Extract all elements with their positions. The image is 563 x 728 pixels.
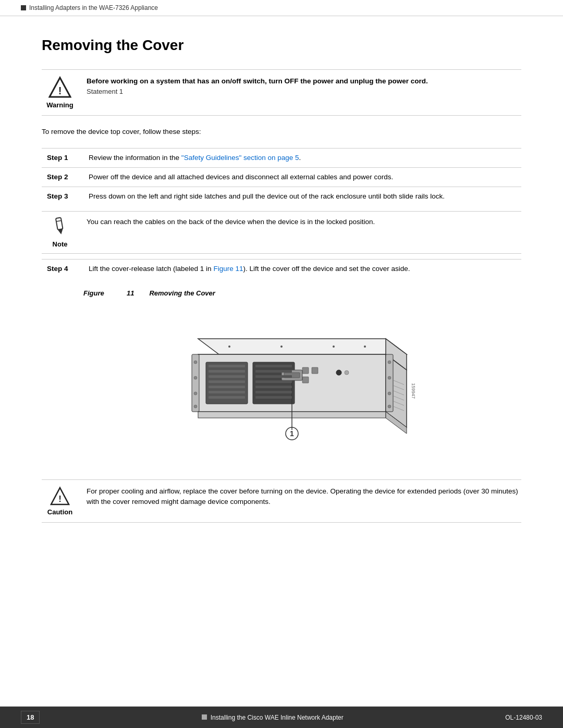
warning-text: Before working on a system that has an o… <box>87 76 521 97</box>
step-content: Press down on the left and right side la… <box>83 187 521 206</box>
steps-table: Step 1 Review the information in the "Sa… <box>42 148 521 206</box>
top-bar: Installing Adapters in the WAE-7326 Appl… <box>0 0 563 16</box>
table-row: Step 4 Lift the cover-release latch (lab… <box>42 260 521 279</box>
note-text: You can reach the cables on the back of … <box>87 217 521 227</box>
svg-point-18 <box>194 361 197 364</box>
note-icon-col: Note <box>42 217 78 248</box>
figure11-link[interactable]: Figure 11 <box>213 265 243 273</box>
svg-text:1: 1 <box>290 429 294 438</box>
table-row: Step 3 Press down on the left and right … <box>42 187 521 206</box>
figure-container: Figure 11 Removing the Cover <box>42 289 521 469</box>
svg-marker-3 <box>58 229 64 235</box>
svg-point-21 <box>194 405 197 408</box>
svg-rect-54 <box>255 380 292 383</box>
svg-point-14 <box>336 370 341 375</box>
caution-text: For proper cooling and airflow, replace … <box>87 486 521 508</box>
svg-point-19 <box>194 376 197 379</box>
svg-point-23 <box>388 361 391 364</box>
note-label: Note <box>53 240 68 248</box>
device-illustration-svg: 1 <box>146 307 417 464</box>
svg-rect-47 <box>209 380 245 383</box>
bottom-bar: 18 Installing the Cisco WAE Inline Netwo… <box>0 706 563 728</box>
svg-rect-52 <box>255 370 292 373</box>
svg-text:!: ! <box>58 494 62 504</box>
svg-rect-55 <box>255 386 292 388</box>
footer-square-icon <box>202 714 207 720</box>
page: Installing Adapters in the WAE-7326 Appl… <box>0 0 563 728</box>
main-content: Removing the Cover ! Warning Before work… <box>0 16 563 706</box>
warning-statement: Statement 1 <box>87 87 521 97</box>
pencil-svg <box>51 216 69 236</box>
warning-bold-text: Before working on a system that has an o… <box>87 77 428 85</box>
svg-point-36 <box>333 346 335 348</box>
svg-rect-51 <box>255 365 292 367</box>
figure-caption-prefix: Figure 11 <box>83 289 149 297</box>
footer-doc-id: OL-12480-03 <box>505 714 542 721</box>
svg-rect-13 <box>302 377 309 383</box>
table-row: Step 2 Power off the device and all atta… <box>42 167 521 187</box>
svg-point-25 <box>388 392 391 395</box>
svg-rect-53 <box>255 375 292 378</box>
step-label: Step 3 <box>42 187 83 206</box>
warning-icon-col: ! Warning <box>42 76 78 109</box>
svg-point-24 <box>388 376 391 379</box>
top-bar-text: Installing Adapters in the WAE-7326 Appl… <box>29 4 158 11</box>
step-label: Step 2 <box>42 167 83 187</box>
step-content: Lift the cover-release latch (labeled 1 … <box>83 260 521 279</box>
svg-rect-11 <box>302 367 309 374</box>
step-label: Step 1 <box>42 148 83 167</box>
svg-point-15 <box>345 371 349 375</box>
svg-point-26 <box>388 405 391 408</box>
svg-text:!: ! <box>58 85 62 96</box>
figure-image-area: 1 <box>138 302 425 469</box>
warning-triangle-icon: ! <box>48 76 71 99</box>
top-bar-left: Installing Adapters in the WAE-7326 Appl… <box>21 4 158 11</box>
section-title: Removing the Cover <box>42 37 521 54</box>
svg-rect-46 <box>209 375 245 378</box>
warning-block: ! Warning Before working on a system tha… <box>42 69 521 116</box>
svg-rect-12 <box>312 367 318 374</box>
svg-rect-56 <box>255 391 292 393</box>
top-bar-square-icon <box>21 5 26 10</box>
svg-rect-2 <box>56 218 63 230</box>
svg-point-34 <box>228 346 230 348</box>
step4-table: Step 4 Lift the cover-release latch (lab… <box>42 259 521 278</box>
footer-center-text: Installing the Cisco WAE Inline Network … <box>211 714 344 721</box>
footer-right: OL-12480-03 <box>505 714 542 721</box>
caution-label: Caution <box>47 508 72 516</box>
intro-paragraph: To remove the device top cover, follow t… <box>42 126 521 138</box>
svg-point-20 <box>194 392 197 395</box>
svg-rect-57 <box>255 396 292 399</box>
table-row: Step 1 Review the information in the "Sa… <box>42 148 521 167</box>
warning-label: Warning <box>46 101 74 109</box>
step-content: Power off the device and all attached de… <box>83 167 521 187</box>
page-number: 18 <box>21 711 40 724</box>
svg-rect-49 <box>209 391 245 393</box>
safety-guidelines-link[interactable]: "Safety Guidelines" section on page 5 <box>181 154 299 162</box>
step-content: Review the information in the "Safety Gu… <box>83 148 521 167</box>
svg-rect-44 <box>209 365 245 367</box>
step-label: Step 4 <box>42 260 83 279</box>
caution-triangle-icon: ! <box>50 486 70 506</box>
svg-text:159947: 159947 <box>411 383 416 399</box>
svg-line-4 <box>56 221 62 222</box>
note-block: Note You can reach the cables on the bac… <box>42 211 521 254</box>
footer-center: Installing the Cisco WAE Inline Network … <box>202 714 344 721</box>
figure-caption-label: Removing the Cover <box>149 289 215 297</box>
footer-left: 18 <box>21 711 40 724</box>
svg-rect-48 <box>209 386 245 388</box>
note-pencil-icon <box>51 216 70 240</box>
caution-icon-col: ! Caution <box>42 486 78 516</box>
svg-rect-50 <box>209 396 245 399</box>
svg-rect-45 <box>209 370 245 373</box>
svg-point-37 <box>364 346 366 348</box>
figure-caption: Figure 11 Removing the Cover <box>42 289 521 297</box>
svg-point-35 <box>280 346 283 348</box>
caution-block: ! Caution For proper cooling and airflow… <box>42 479 521 523</box>
